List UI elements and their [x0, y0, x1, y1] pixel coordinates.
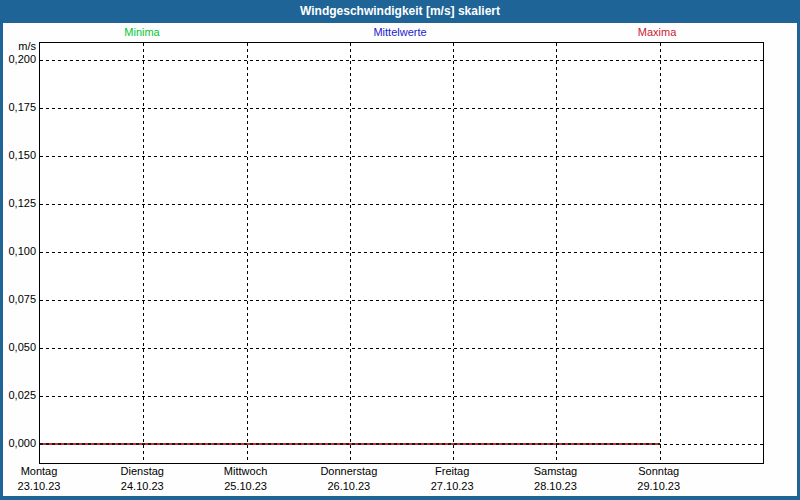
y-tick-label: 0,175	[3, 100, 36, 114]
horizontal-gridline	[40, 108, 763, 109]
x-day-label: Samstag28.10.23	[534, 464, 577, 494]
horizontal-gridline	[40, 60, 763, 61]
vertical-gridline	[247, 43, 248, 463]
y-axis-unit-label: m/s	[3, 39, 36, 53]
day-date: 29.10.23	[637, 479, 680, 494]
day-name: Freitag	[431, 464, 474, 479]
horizontal-gridline	[40, 156, 763, 157]
day-date: 25.10.23	[224, 479, 267, 494]
day-name: Mittwoch	[224, 464, 267, 479]
day-date: 28.10.23	[534, 479, 577, 494]
plot-area	[39, 42, 764, 464]
horizontal-gridline	[40, 252, 763, 253]
y-tick-label: 0,100	[3, 244, 36, 258]
chart-content: m/s 0,2000,1750,1500,1250,1000,0750,0500…	[3, 23, 797, 496]
horizontal-gridline	[40, 204, 763, 205]
y-tick-label: 0,125	[3, 196, 36, 210]
x-day-label: Freitag27.10.23	[431, 464, 474, 494]
horizontal-gridline	[40, 348, 763, 349]
y-tick-label: 0,150	[3, 148, 36, 162]
x-day-label: Dienstag24.10.23	[121, 464, 164, 494]
legend-maxima: Maxima	[638, 26, 677, 39]
day-name: Sonntag	[637, 464, 680, 479]
horizontal-gridline	[40, 396, 763, 397]
y-tick-label: 0,200	[3, 52, 36, 66]
y-tick-label: 0,050	[3, 340, 36, 354]
x-day-label: Mittwoch25.10.23	[224, 464, 267, 494]
day-name: Donnerstag	[320, 464, 377, 479]
x-day-label: Donnerstag26.10.23	[320, 464, 377, 494]
y-tick-label: 0,075	[3, 292, 36, 306]
x-day-label: Montag23.10.23	[18, 464, 61, 494]
y-tick-label: 0,000	[3, 436, 36, 450]
vertical-gridline	[660, 43, 661, 463]
day-date: 26.10.23	[320, 479, 377, 494]
day-name: Montag	[18, 464, 61, 479]
window-title: Windgeschwindigkeit [m/s] skaliert	[0, 0, 800, 23]
day-date: 23.10.23	[18, 479, 61, 494]
chart-window: Windgeschwindigkeit [m/s] skaliert m/s 0…	[0, 0, 800, 500]
legend-mittelwerte: Mittelwerte	[373, 26, 426, 39]
day-date: 24.10.23	[121, 479, 164, 494]
zero-data-line	[40, 443, 660, 445]
vertical-gridline	[143, 43, 144, 463]
vertical-gridline	[556, 43, 557, 463]
legend-minima: Minima	[124, 26, 159, 39]
vertical-gridline	[350, 43, 351, 463]
horizontal-gridline	[40, 300, 763, 301]
day-date: 27.10.23	[431, 479, 474, 494]
y-tick-label: 0,025	[3, 388, 36, 402]
x-day-label: Sonntag29.10.23	[637, 464, 680, 494]
day-name: Samstag	[534, 464, 577, 479]
day-name: Dienstag	[121, 464, 164, 479]
vertical-gridline	[453, 43, 454, 463]
